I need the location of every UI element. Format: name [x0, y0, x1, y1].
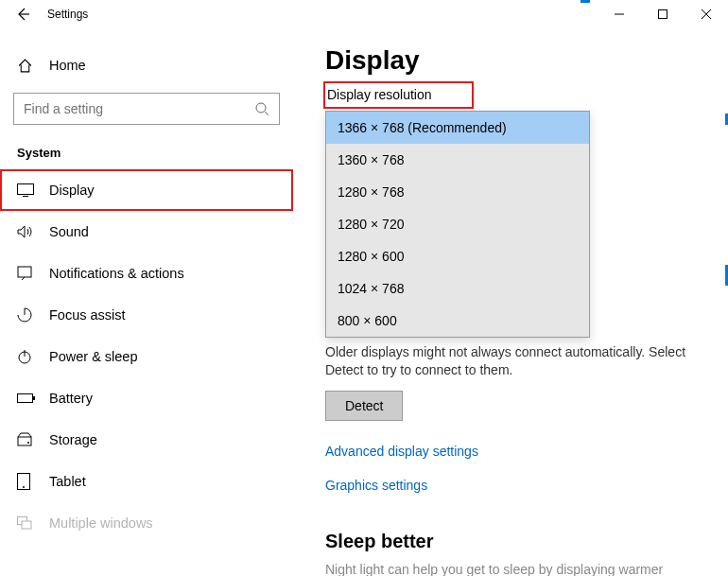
power-icon [17, 349, 36, 364]
resolution-option[interactable]: 1024 × 768 [326, 272, 589, 305]
detect-description: Older displays might not always connect … [325, 343, 694, 379]
storage-icon [17, 432, 36, 447]
resolution-option[interactable]: 1280 × 600 [326, 240, 589, 272]
search-icon [254, 101, 269, 116]
resolution-option[interactable]: 1280 × 720 [326, 208, 589, 240]
nav-label: Notifications & actions [49, 266, 184, 281]
nav-display[interactable]: Display [0, 169, 293, 211]
home-icon [17, 58, 36, 74]
nav-label: Power & sleep [49, 349, 138, 364]
svg-point-10 [23, 486, 25, 488]
advanced-display-link[interactable]: Advanced display settings [325, 444, 709, 459]
resolution-option[interactable]: 1366 × 768 (Recommended) [326, 112, 589, 144]
svg-rect-7 [18, 437, 31, 445]
detect-button[interactable]: Detect [325, 391, 403, 421]
svg-rect-5 [18, 394, 33, 403]
svg-point-1 [256, 103, 266, 113]
svg-rect-0 [659, 10, 667, 19]
svg-point-8 [27, 442, 29, 444]
sound-icon [17, 224, 36, 239]
notifications-icon [17, 266, 36, 281]
windows-icon [17, 516, 36, 530]
maximize-button[interactable] [641, 0, 685, 28]
nav-tablet[interactable]: Tablet [0, 461, 293, 502]
window-title: Settings [47, 8, 88, 21]
nav-label: Display [49, 183, 95, 198]
home-label: Home [49, 58, 86, 73]
nav-label: Tablet [49, 474, 86, 489]
nav-label: Multiple windows [49, 515, 153, 531]
graphics-settings-link[interactable]: Graphics settings [325, 478, 709, 493]
sidebar: Home System Display Sound Notifications … [0, 28, 293, 576]
nav-storage[interactable]: Storage [0, 419, 293, 461]
search-input[interactable] [24, 101, 254, 116]
display-icon [17, 183, 36, 197]
tablet-icon [17, 473, 36, 490]
home-nav[interactable]: Home [0, 47, 293, 83]
svg-rect-3 [18, 267, 31, 277]
resolution-option[interactable]: 1360 × 768 [326, 144, 589, 176]
sleep-better-title: Sleep better [325, 531, 709, 552]
nav-label: Sound [49, 224, 89, 239]
group-title: System [17, 146, 293, 160]
nav-power[interactable]: Power & sleep [0, 336, 293, 377]
back-button[interactable] [11, 3, 34, 26]
nav-battery[interactable]: Battery [0, 377, 293, 419]
accent-indicator [581, 0, 590, 3]
svg-rect-6 [33, 396, 35, 400]
battery-icon [17, 393, 36, 404]
focus-icon [17, 307, 36, 323]
nav-multitasking[interactable]: Multiple windows [0, 502, 293, 544]
close-button[interactable] [685, 0, 728, 28]
nav-sound[interactable]: Sound [0, 211, 293, 253]
nav-label: Focus assist [49, 307, 126, 323]
nav-label: Battery [49, 391, 93, 406]
nav-focus-assist[interactable]: Focus assist [0, 294, 293, 336]
svg-rect-2 [18, 184, 34, 195]
nav-label: Storage [49, 432, 97, 447]
minimize-button[interactable] [598, 0, 641, 28]
svg-rect-12 [22, 521, 31, 529]
search-box[interactable] [13, 93, 280, 125]
resolution-dropdown[interactable]: 1366 × 768 (Recommended) 1360 × 768 1280… [325, 111, 590, 338]
nav-notifications[interactable]: Notifications & actions [0, 253, 293, 294]
resolution-option[interactable]: 800 × 600 [326, 305, 589, 337]
resolution-label: Display resolution [325, 83, 472, 107]
main-panel: Display Display resolution 1366 × 768 (R… [293, 28, 728, 576]
page-title: Display [325, 45, 709, 76]
sleep-better-desc: Night light can help you get to sleep by… [325, 562, 709, 576]
resolution-option[interactable]: 1280 × 768 [326, 176, 589, 208]
